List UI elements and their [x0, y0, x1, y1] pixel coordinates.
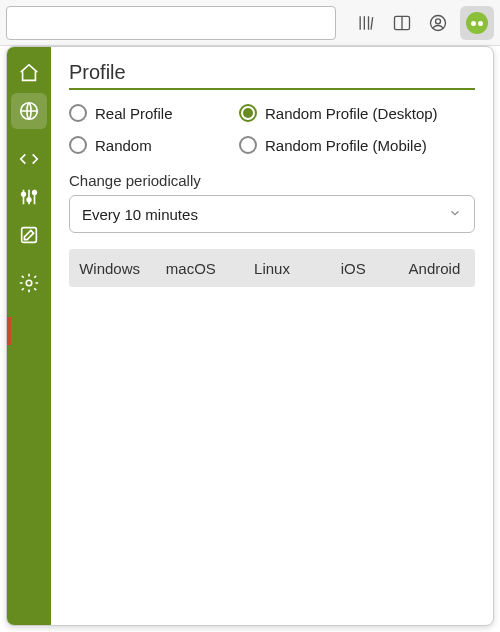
- extension-popup: Profile Real Profile Random Profile (Des…: [6, 46, 494, 626]
- radio-icon: [239, 104, 257, 122]
- radio-icon: [239, 136, 257, 154]
- svg-point-5: [27, 198, 31, 202]
- radio-label: Random Profile (Mobile): [265, 137, 427, 154]
- radio-label: Real Profile: [95, 105, 173, 122]
- account-icon[interactable]: [424, 9, 452, 37]
- svg-point-4: [22, 192, 26, 196]
- os-tab-windows[interactable]: Windows: [69, 260, 150, 277]
- sidebar-item-sliders[interactable]: [11, 179, 47, 215]
- library-icon[interactable]: [352, 9, 380, 37]
- radio-label: Random: [95, 137, 152, 154]
- sidebar-accent: [7, 317, 11, 345]
- radio-icon: [69, 104, 87, 122]
- title-rule: [69, 88, 475, 90]
- extension-button[interactable]: [460, 6, 494, 40]
- radio-label: Random Profile (Desktop): [265, 105, 438, 122]
- svg-point-6: [33, 191, 37, 195]
- sidebar-item-globe[interactable]: [11, 93, 47, 129]
- svg-point-2: [436, 18, 441, 23]
- reader-icon[interactable]: [388, 9, 416, 37]
- radio-random-mobile[interactable]: Random Profile (Mobile): [239, 136, 475, 154]
- profile-radio-group: Real Profile Random Profile (Desktop) Ra…: [69, 104, 475, 154]
- sidebar-item-edit[interactable]: [11, 217, 47, 253]
- os-tab-macos[interactable]: macOS: [150, 260, 231, 277]
- radio-real-profile[interactable]: Real Profile: [69, 104, 239, 122]
- sidebar-item-settings[interactable]: [11, 265, 47, 301]
- periodic-label: Change periodically: [69, 172, 475, 189]
- periodic-select[interactable]: Every 10 minutes: [69, 195, 475, 233]
- chevron-down-icon: [448, 206, 462, 223]
- os-tabs: Windows macOS Linux iOS Android: [69, 249, 475, 287]
- section-title: Profile: [69, 61, 475, 84]
- select-value: Every 10 minutes: [82, 206, 198, 223]
- radio-icon: [69, 136, 87, 154]
- svg-point-8: [26, 280, 32, 286]
- os-tab-ios[interactable]: iOS: [313, 260, 394, 277]
- browser-toolbar: [0, 0, 500, 46]
- sidebar-item-home[interactable]: [11, 55, 47, 91]
- os-tab-linux[interactable]: Linux: [231, 260, 312, 277]
- radio-random[interactable]: Random: [69, 136, 239, 154]
- extension-icon: [466, 12, 488, 34]
- popup-content: Profile Real Profile Random Profile (Des…: [51, 47, 493, 625]
- popup-sidebar: [7, 47, 51, 625]
- url-bar[interactable]: [6, 6, 336, 40]
- sidebar-item-code[interactable]: [11, 141, 47, 177]
- os-tab-android[interactable]: Android: [394, 260, 475, 277]
- radio-random-desktop[interactable]: Random Profile (Desktop): [239, 104, 475, 122]
